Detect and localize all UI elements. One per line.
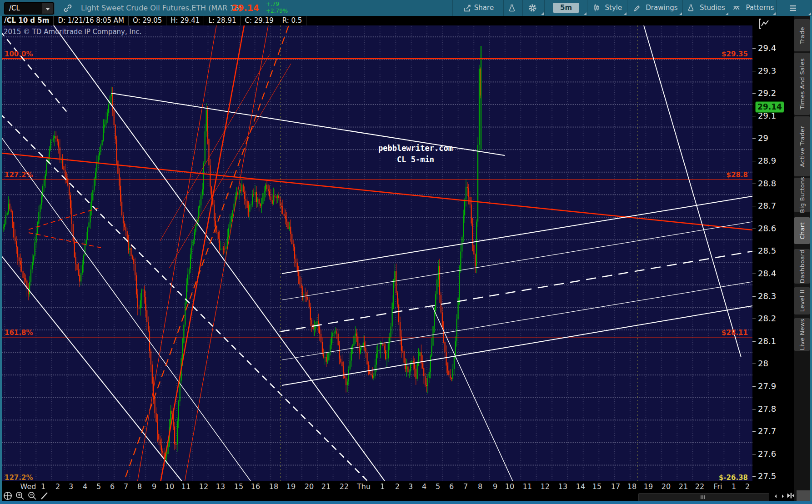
price-tick-mark	[752, 386, 756, 387]
time-label: 19	[644, 482, 653, 491]
pan-left-icon[interactable]	[773, 493, 778, 501]
fib-percent-label: 127.2%	[5, 474, 33, 481]
time-label: 5	[436, 482, 440, 491]
price-tick-mark	[752, 138, 756, 139]
time-label: 11	[181, 482, 190, 491]
price-change: +.79 +2.79%	[266, 1, 288, 15]
time-label: 5	[96, 482, 101, 491]
price-tick-label: 29.4	[758, 43, 776, 53]
time-label: 18	[269, 482, 278, 491]
timeframe-button[interactable]: 5m	[544, 0, 587, 16]
sidebar-tab-level-ii[interactable]: Level II	[794, 287, 810, 314]
price-tick-mark	[752, 476, 756, 477]
sidebar-tab-times-and-sales[interactable]: Times And Sales	[794, 53, 810, 115]
time-label: 12	[541, 482, 550, 491]
gear-button[interactable]	[522, 0, 545, 16]
price-tick-label: 28.5	[758, 246, 776, 255]
price-tick-label: 28.3	[758, 291, 776, 301]
price-tick-label: 28.6	[758, 224, 776, 233]
flask-button[interactable]	[503, 0, 523, 16]
watermark: pebblewriter.com CL 5-min	[347, 143, 484, 165]
time-label: 7	[124, 482, 128, 491]
time-label: Wed	[20, 482, 36, 491]
timeframe-pill: 5m	[553, 3, 579, 13]
drawings-button[interactable]: Drawings	[627, 0, 683, 16]
time-label: Thu	[357, 482, 371, 491]
time-label: 6	[110, 482, 115, 491]
sidebar-tab-big-buttons[interactable]: Big Buttons	[794, 178, 810, 212]
gear-dropdown-corner	[541, 12, 544, 15]
time-label: 22	[340, 482, 349, 491]
price-tick-label: 29.2	[758, 88, 776, 98]
symbol-input[interactable]: /CL	[4, 2, 54, 15]
time-label: 1	[41, 482, 45, 491]
time-label: 4	[83, 482, 87, 491]
price-tick-label: 28.9	[758, 156, 776, 165]
price-tick-mark	[752, 319, 756, 319]
time-label: 1	[380, 482, 385, 491]
time-label: 19	[286, 482, 296, 491]
status-segment: D: 1/21/16 8:05 AM	[54, 16, 129, 25]
chart-scrollbar[interactable]	[638, 493, 769, 501]
time-label: 16	[251, 482, 260, 491]
style-button[interactable]: Style	[587, 0, 627, 16]
fib-price-label: $28.11	[722, 329, 748, 337]
time-label: 15	[234, 482, 243, 491]
price-tick-label: 27.7	[758, 426, 776, 436]
price-tick-mark	[752, 71, 756, 71]
price-tick-label: 27.9	[758, 381, 776, 391]
net-change: +.79	[266, 1, 279, 7]
pan-right-icon[interactable]	[780, 493, 786, 501]
time-axis[interactable]: Wed1234567891011121315161819202122Thu123…	[0, 481, 752, 493]
link-icon[interactable]	[63, 3, 73, 15]
time-label: 6	[449, 482, 454, 491]
sidebar-tab-active-trader[interactable]: Active Trader	[794, 116, 810, 176]
time-label: 15	[592, 482, 601, 491]
fib-percent-label: 161.8%	[5, 329, 33, 337]
fib-price-label: $28.8	[727, 171, 748, 179]
scrollbar-grip[interactable]	[701, 495, 707, 499]
time-label: 2	[55, 482, 60, 491]
time-label: 12	[199, 482, 208, 491]
time-label: 20	[662, 482, 671, 491]
status-segment: C: 29.19	[241, 16, 278, 25]
symbol-dropdown-arrow[interactable]	[42, 3, 53, 14]
fib-price-label: $29.35	[722, 50, 748, 58]
menu-button[interactable]	[776, 0, 812, 16]
price-tick-mark	[752, 161, 756, 161]
status-segment: H: 29.41	[166, 16, 204, 25]
chart-expand-icon[interactable]	[758, 18, 770, 31]
price-tick-label: 28	[758, 359, 768, 368]
price-axis[interactable]: 29.429.329.229.12928.928.828.728.628.528…	[752, 16, 794, 501]
sidebar-tab-live-news[interactable]: Live News	[794, 318, 810, 351]
sidebar-tab-chart[interactable]: Chart	[794, 217, 810, 244]
top-toolbar: /CL Light Sweet Crude Oil Futures,ETH (M…	[0, 0, 812, 16]
share-button[interactable]: Share	[452, 0, 504, 16]
sidebar-tab-dashboard[interactable]: Dashboard	[794, 249, 810, 284]
status-segment: R: 0.5	[278, 16, 307, 25]
time-label: 17	[611, 482, 620, 491]
time-label: 21	[679, 482, 688, 491]
price-tick-label: 28.2	[758, 314, 776, 323]
time-label: 2	[745, 482, 750, 491]
price-tick-mark	[752, 431, 756, 432]
window-edge-bottom	[0, 501, 812, 504]
price-tick-mark	[752, 274, 756, 274]
sidebar-tab-trade[interactable]: Trade	[794, 19, 810, 51]
patterns-button[interactable]: Patterns	[729, 0, 777, 16]
instrument-title: Light Sweet Crude Oil Futures,ETH (MAR 1…	[81, 0, 242, 16]
time-label: 4	[422, 482, 426, 491]
chart-canvas[interactable]: 2015 © TD Ameritrade IP Company, Inc. pe…	[2, 25, 752, 481]
studies-button[interactable]: Studies	[682, 0, 729, 16]
time-label: 9	[152, 482, 156, 491]
time-label: 21	[321, 482, 331, 491]
window-edge-right	[810, 16, 812, 504]
ohlc-status-bar: /CL 10 d 5mD: 1/21/16 8:05 AMO: 29.05H: …	[0, 16, 752, 25]
price-tick-mark	[752, 206, 756, 206]
window-edge-left	[0, 16, 2, 501]
price-tick-label: 28.1	[758, 336, 776, 346]
time-label: 3	[408, 482, 413, 491]
last-price: 29.14	[232, 0, 259, 16]
time-label: 1	[732, 482, 736, 491]
price-tick-label: 27.8	[758, 404, 776, 414]
